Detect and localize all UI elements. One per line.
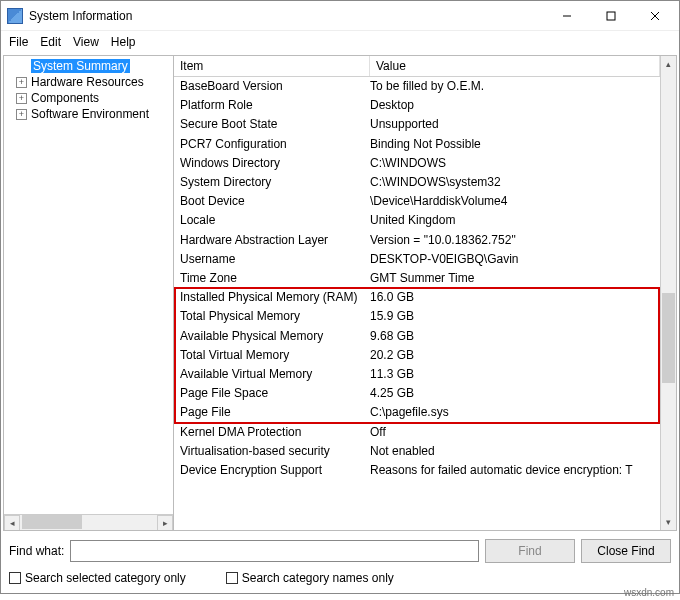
table-row[interactable]: Installed Physical Memory (RAM)16.0 GB (174, 288, 660, 307)
expand-icon[interactable]: + (16, 93, 27, 104)
table-row[interactable]: Kernel DMA ProtectionOff (174, 423, 660, 442)
table-row[interactable]: Hardware Abstraction LayerVersion = "10.… (174, 231, 660, 250)
check-label: Search selected category only (25, 571, 186, 585)
window: System Information File Edit View Help +… (0, 0, 680, 594)
table-row[interactable]: Total Virtual Memory20.2 GB (174, 346, 660, 365)
cell-item: Total Virtual Memory (180, 346, 370, 365)
scroll-thumb[interactable] (662, 293, 675, 383)
find-label: Find what: (9, 544, 64, 558)
tree-item-components[interactable]: + Components (4, 90, 173, 106)
scroll-thumb[interactable] (22, 515, 82, 529)
check-label: Search category names only (242, 571, 394, 585)
tree-item-system-summary[interactable]: + System Summary (4, 58, 173, 74)
close-find-button[interactable]: Close Find (581, 539, 671, 563)
tree-horizontal-scrollbar[interactable]: ◂ ▸ (4, 514, 173, 530)
menubar: File Edit View Help (1, 31, 679, 53)
table-row[interactable]: Page File Space4.25 GB (174, 384, 660, 403)
cell-item: Locale (180, 211, 370, 230)
cell-value: Reasons for failed automatic device encr… (370, 461, 654, 480)
scroll-left-icon[interactable]: ◂ (4, 515, 20, 531)
menu-help[interactable]: Help (111, 35, 136, 49)
menu-view[interactable]: View (73, 35, 99, 49)
checkbox-icon (9, 572, 21, 584)
expand-icon[interactable]: + (16, 109, 27, 120)
cell-item: Available Virtual Memory (180, 365, 370, 384)
expand-icon[interactable]: + (16, 77, 27, 88)
table-row[interactable]: Available Virtual Memory11.3 GB (174, 365, 660, 384)
find-button[interactable]: Find (485, 539, 575, 563)
table-row[interactable]: Windows DirectoryC:\WINDOWS (174, 154, 660, 173)
cell-item: Platform Role (180, 96, 370, 115)
cell-value: Desktop (370, 96, 654, 115)
cell-item: System Directory (180, 173, 370, 192)
table-row[interactable]: Device Encryption SupportReasons for fai… (174, 461, 660, 480)
cell-value: Version = "10.0.18362.752" (370, 231, 654, 250)
titlebar: System Information (1, 1, 679, 31)
menu-edit[interactable]: Edit (40, 35, 61, 49)
table-row[interactable]: Secure Boot StateUnsupported (174, 115, 660, 134)
scroll-down-icon[interactable]: ▾ (661, 514, 676, 530)
cell-item: Username (180, 250, 370, 269)
check-category-names[interactable]: Search category names only (226, 571, 394, 585)
app-icon (7, 8, 23, 24)
tree-label: System Summary (31, 59, 130, 73)
scroll-track[interactable] (20, 515, 157, 531)
check-selected-category[interactable]: Search selected category only (9, 571, 186, 585)
window-title: System Information (29, 9, 545, 23)
table-row[interactable]: Platform RoleDesktop (174, 96, 660, 115)
minimize-button[interactable] (545, 2, 589, 30)
cell-item: Time Zone (180, 269, 370, 288)
cell-item: Hardware Abstraction Layer (180, 231, 370, 250)
table-row[interactable]: Time ZoneGMT Summer Time (174, 269, 660, 288)
tree-view[interactable]: + System Summary + Hardware Resources + … (4, 56, 174, 530)
cell-item: Boot Device (180, 192, 370, 211)
cell-value: DESKTOP-V0EIGBQ\Gavin (370, 250, 654, 269)
table-row[interactable]: Virtualisation-based securityNot enabled (174, 442, 660, 461)
table-row[interactable]: Page FileC:\pagefile.sys (174, 403, 660, 422)
scroll-track[interactable] (661, 72, 676, 514)
menu-file[interactable]: File (9, 35, 28, 49)
cell-item: Page File Space (180, 384, 370, 403)
list-wrap: Item Value BaseBoard VersionTo be filled… (174, 56, 676, 530)
table-row[interactable]: BaseBoard VersionTo be filled by O.E.M. (174, 77, 660, 96)
table-row[interactable]: PCR7 ConfigurationBinding Not Possible (174, 135, 660, 154)
svg-rect-1 (607, 12, 615, 20)
close-button[interactable] (633, 2, 677, 30)
cell-value: 9.68 GB (370, 327, 654, 346)
list-view[interactable]: Item Value BaseBoard VersionTo be filled… (174, 56, 660, 530)
cell-value: 20.2 GB (370, 346, 654, 365)
list-body: BaseBoard VersionTo be filled by O.E.M.P… (174, 77, 660, 480)
find-options: Search selected category only Search cat… (1, 569, 679, 593)
table-row[interactable]: Boot Device\Device\HarddiskVolume4 (174, 192, 660, 211)
split-pane: + System Summary + Hardware Resources + … (3, 55, 677, 531)
table-row[interactable]: UsernameDESKTOP-V0EIGBQ\Gavin (174, 250, 660, 269)
cell-item: Device Encryption Support (180, 461, 370, 480)
table-row[interactable]: System DirectoryC:\WINDOWS\system32 (174, 173, 660, 192)
scroll-right-icon[interactable]: ▸ (157, 515, 173, 531)
cell-item: Secure Boot State (180, 115, 370, 134)
cell-item: Kernel DMA Protection (180, 423, 370, 442)
find-input[interactable] (70, 540, 479, 562)
maximize-button[interactable] (589, 2, 633, 30)
cell-value: Unsupported (370, 115, 654, 134)
cell-value: Not enabled (370, 442, 654, 461)
table-row[interactable]: LocaleUnited Kingdom (174, 211, 660, 230)
tree-label: Software Environment (31, 107, 149, 121)
cell-value: 11.3 GB (370, 365, 654, 384)
table-row[interactable]: Total Physical Memory15.9 GB (174, 307, 660, 326)
cell-item: Installed Physical Memory (RAM) (180, 288, 370, 307)
tree-label: Hardware Resources (31, 75, 144, 89)
tree-label: Components (31, 91, 99, 105)
find-bar: Find what: Find Close Find (1, 533, 679, 569)
cell-value: United Kingdom (370, 211, 654, 230)
cell-item: Windows Directory (180, 154, 370, 173)
column-value[interactable]: Value (370, 56, 660, 76)
table-row[interactable]: Available Physical Memory9.68 GB (174, 327, 660, 346)
column-item[interactable]: Item (174, 56, 370, 76)
tree-item-hardware-resources[interactable]: + Hardware Resources (4, 74, 173, 90)
scroll-up-icon[interactable]: ▴ (661, 56, 676, 72)
vertical-scrollbar[interactable]: ▴ ▾ (660, 56, 676, 530)
tree-item-software-environment[interactable]: + Software Environment (4, 106, 173, 122)
cell-value: 15.9 GB (370, 307, 654, 326)
cell-item: Page File (180, 403, 370, 422)
